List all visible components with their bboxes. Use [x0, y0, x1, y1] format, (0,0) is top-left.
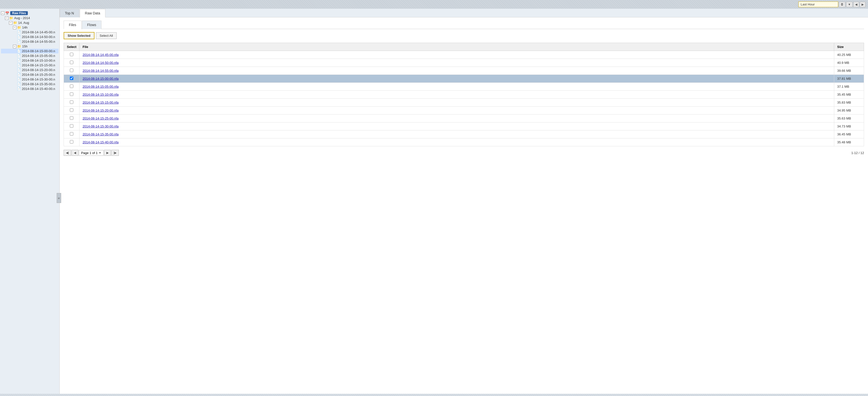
size-cell: 39.66 MB	[834, 67, 864, 75]
pagination: ◀| ◀ Page 1 of 1 ▼ ▶ |▶ 1-12 / 12	[64, 149, 864, 157]
select-cell	[64, 51, 80, 59]
calendar-button[interactable]: 🗓	[839, 2, 845, 7]
last-page-button[interactable]: |▶	[111, 150, 119, 156]
file-cell: 2014-08-14-15-15-00.nfa	[80, 99, 834, 107]
time-next-button[interactable]: ▶	[860, 2, 866, 7]
list-item[interactable]: 📄 2014-08-14-15-25-00.n	[1, 72, 58, 77]
file-checkbox[interactable]	[70, 92, 73, 96]
folder-icon: 📁	[9, 16, 13, 20]
time-dropdown-button[interactable]: ▼	[846, 2, 852, 7]
time-selector: 🗓 ▼ ◀ ▶	[798, 1, 866, 7]
file-checkbox[interactable]	[70, 140, 73, 143]
file-checkbox[interactable]	[70, 76, 73, 80]
file-checkbox[interactable]	[70, 100, 73, 104]
time-prev-button[interactable]: ◀	[853, 2, 859, 7]
file-icon: 📄	[17, 30, 21, 34]
sidebar-14h[interactable]: − 📁 14h	[1, 25, 58, 30]
file-link[interactable]: 2014-08-14-15-25-00.nfa	[83, 117, 119, 120]
tab-flows[interactable]: Flows	[82, 21, 102, 29]
top-bar: 🗓 ▼ ◀ ▶	[0, 0, 868, 9]
file-link[interactable]: 2014-08-14-15-15-00.nfa	[83, 101, 119, 104]
list-item[interactable]: 📄 2014-08-14-14-55-00.n	[1, 39, 58, 44]
main-content: Files Flows Show Selected Select All Sel…	[60, 18, 868, 394]
folder-icon-14aug: 📁	[13, 21, 17, 25]
file-cell: 2014-08-14-15-00-00.nfa	[80, 75, 834, 83]
file-checkbox[interactable]	[70, 116, 73, 120]
aug2014-toggle[interactable]: −	[5, 16, 8, 20]
file-link[interactable]: 2014-08-14-15-00-00.nfa	[83, 77, 119, 80]
select-cell	[64, 130, 80, 138]
sidebar-aug-2014[interactable]: − 📁 Aug - 2014	[1, 15, 58, 20]
list-item[interactable]: 📄 2014-08-14-15-30-00.n	[1, 77, 58, 82]
prev-page-button[interactable]: ◀	[71, 150, 78, 156]
select-cell	[64, 83, 80, 91]
page-dropdown-button[interactable]: ▼	[99, 151, 101, 154]
size-cell: 34.95 MB	[834, 107, 864, 114]
file-link[interactable]: 2014-08-14-15-20-00.nfa	[83, 108, 119, 112]
14h-toggle[interactable]: −	[13, 26, 17, 29]
file-checkbox[interactable]	[70, 132, 73, 136]
table-row: 2014-08-14-15-10-00.nfa35.45 MB	[64, 91, 864, 99]
15h-label: 15h	[22, 44, 28, 48]
15h-toggle[interactable]: −	[13, 45, 17, 48]
sidebar-14aug[interactable]: − 📁 14. Aug	[1, 20, 58, 25]
file-label: 2014-08-14-14-50-00.n	[22, 35, 55, 39]
file-link[interactable]: 2014-08-14-15-05-00.nfa	[83, 85, 119, 89]
table-row: 2014-08-14-14-45-00.nfa40.25 MB	[64, 51, 864, 59]
table-row: 2014-08-14-15-20-00.nfa34.95 MB	[64, 107, 864, 114]
sidebar: − 📅 Raw Files − 📁 Aug - 2014 − 📁 14. Aug…	[0, 9, 60, 394]
list-item[interactable]: 📄 2014-08-14-15-10-00.n	[1, 58, 58, 63]
file-icon: 📄	[17, 59, 21, 62]
show-selected-button[interactable]: Show Selected	[64, 32, 94, 39]
sidebar-root[interactable]: − 📅 Raw Files	[1, 11, 58, 15]
file-link[interactable]: 2014-08-14-14-55-00.nfa	[83, 69, 119, 72]
14aug-toggle[interactable]: −	[9, 21, 12, 25]
list-item[interactable]: 📄 2014-08-14-14-50-00.n	[1, 35, 58, 39]
time-input[interactable]	[798, 1, 838, 7]
file-icon: 📄	[17, 63, 21, 67]
file-link[interactable]: 2014-08-14-15-30-00.nfa	[83, 125, 119, 128]
root-toggle[interactable]: −	[1, 11, 4, 15]
file-link[interactable]: 2014-08-14-15-10-00.nfa	[83, 93, 119, 96]
file-checkbox[interactable]	[70, 108, 73, 112]
file-checkbox[interactable]	[70, 61, 73, 64]
next-page-button[interactable]: ▶	[104, 150, 111, 156]
select-all-button[interactable]: Select All	[96, 32, 117, 39]
file-checkbox[interactable]	[70, 124, 73, 128]
file-icon: 📄	[17, 87, 21, 91]
file-checkbox[interactable]	[70, 53, 73, 56]
list-item[interactable]: 📄 2014-08-14-15-20-00.n	[1, 68, 58, 72]
list-item[interactable]: 📄 2014-08-14-15-00-00.n	[1, 49, 58, 54]
sidebar-15h[interactable]: − 📁 15h	[1, 44, 58, 49]
list-item[interactable]: 📄 2014-08-14-15-35-00.n	[1, 82, 58, 87]
list-item[interactable]: 📄 2014-08-14-14-45-00.n	[1, 30, 58, 35]
file-checkbox[interactable]	[70, 85, 73, 88]
tab-files[interactable]: Files	[64, 21, 82, 29]
list-item[interactable]: 📄 2014-08-14-15-05-00.n	[1, 54, 58, 58]
select-cell	[64, 59, 80, 67]
size-cell: 40.25 MB	[834, 51, 864, 59]
main-tabs: Top N Raw Data	[60, 9, 868, 18]
table-row: 2014-08-14-15-15-00.nfa35.83 MB	[64, 99, 864, 107]
list-item[interactable]: 📄 2014-08-14-15-15-00.n	[1, 63, 58, 68]
file-link[interactable]: 2014-08-14-14-45-00.nfa	[83, 53, 119, 57]
file-link[interactable]: 2014-08-14-15-40-00.nfa	[83, 140, 119, 144]
size-cell: 37.1 MB	[834, 83, 864, 91]
sidebar-collapse-handle[interactable]: «	[57, 193, 61, 203]
tab-topn[interactable]: Top N	[60, 9, 79, 18]
first-page-button[interactable]: ◀|	[64, 150, 71, 156]
file-link[interactable]: 2014-08-14-15-35-00.nfa	[83, 132, 119, 136]
tab-rawdata[interactable]: Raw Data	[80, 9, 105, 18]
select-cell	[64, 138, 80, 146]
file-table: Select File Size 2014-08-14-14-45-00.nfa…	[64, 43, 864, 146]
file-label: 2014-08-14-14-45-00.n	[22, 30, 55, 34]
size-cell: 35.48 MB	[834, 138, 864, 146]
list-item[interactable]: 📄 2014-08-14-15-40-00.n	[1, 87, 58, 91]
file-label: 2014-08-14-15-20-00.n	[22, 68, 55, 72]
size-cell: 35.83 MB	[834, 99, 864, 107]
file-checkbox[interactable]	[70, 69, 73, 72]
14aug-label: 14. Aug	[18, 21, 29, 25]
file-icon: 📄	[17, 40, 21, 43]
folder-icon-15h: 📁	[17, 44, 21, 48]
file-link[interactable]: 2014-08-14-14-50-00.nfa	[83, 61, 119, 65]
